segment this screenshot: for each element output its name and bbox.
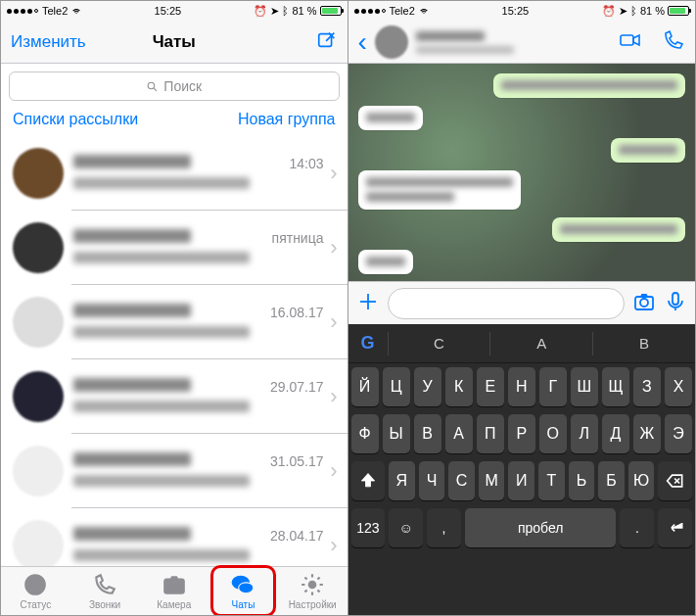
key-Я[interactable]: Я — [389, 461, 415, 500]
message-out[interactable] — [611, 138, 685, 163]
key-Г[interactable]: Г — [539, 367, 567, 406]
key-Ь[interactable]: Ь — [569, 461, 595, 500]
message-out[interactable] — [493, 73, 685, 98]
svg-point-4 — [32, 582, 39, 589]
key-К[interactable]: К — [445, 367, 473, 406]
key-О[interactable]: О — [539, 414, 567, 453]
camera-button[interactable] — [632, 290, 656, 317]
key-В[interactable]: В — [414, 414, 441, 453]
status-icon — [23, 572, 48, 597]
chat-row[interactable]: 29.07.17 › — [1, 359, 348, 434]
chat-row[interactable]: 31.05.17 › — [1, 434, 348, 508]
chat-name — [73, 228, 191, 248]
search-icon — [146, 80, 159, 93]
chat-name — [73, 451, 191, 471]
chat-time: 14:03 — [289, 156, 347, 171]
tab-chats[interactable]: Чаты — [209, 567, 278, 615]
key-Ы[interactable]: Ы — [383, 414, 410, 453]
key-Ш[interactable]: Ш — [571, 367, 598, 406]
suggestion[interactable]: А — [489, 332, 592, 355]
keyboard: G С А В ЙЦУКЕНГШЩЗХ ФЫВАПРОЛДЖЭ ЯЧСМИТЬБ… — [348, 324, 696, 615]
google-logo[interactable]: G — [348, 333, 388, 354]
key-И[interactable]: И — [508, 461, 534, 500]
return-key[interactable] — [658, 508, 692, 547]
message-input[interactable] — [388, 288, 626, 319]
chat-row[interactable]: 16.08.17 › — [1, 285, 348, 359]
key-Ю[interactable]: Ю — [628, 461, 655, 500]
suggestion[interactable]: В — [592, 332, 695, 355]
key-У[interactable]: У — [414, 367, 441, 406]
key-Н[interactable]: Н — [508, 367, 535, 406]
key-Л[interactable]: Л — [571, 414, 598, 453]
space-key[interactable]: пробел — [465, 508, 617, 547]
key-З[interactable]: З — [633, 367, 661, 406]
suggestion[interactable]: С — [388, 332, 490, 355]
key-П[interactable]: П — [477, 414, 504, 453]
message-in[interactable] — [358, 170, 521, 210]
svg-point-8 — [239, 583, 254, 593]
tab-settings[interactable]: Настройки — [278, 567, 348, 615]
tab-camera[interactable]: Камера — [139, 567, 209, 615]
edit-button[interactable]: Изменить — [11, 32, 86, 52]
mic-icon — [664, 290, 687, 313]
battery-icon — [320, 6, 342, 16]
shift-key[interactable] — [351, 461, 386, 500]
key-Р[interactable]: Р — [508, 414, 535, 453]
key-Х[interactable]: Х — [665, 367, 692, 406]
key-Э[interactable]: Э — [665, 414, 692, 453]
key-А[interactable]: А — [445, 414, 473, 453]
attach-button[interactable] — [356, 290, 380, 317]
chat-row[interactable]: пятница › — [1, 211, 348, 285]
key-С[interactable]: С — [448, 461, 475, 500]
chat-row[interactable]: 14:03 › — [1, 136, 348, 211]
broadcast-lists-link[interactable]: Списки рассылки — [13, 111, 138, 128]
key-Й[interactable]: Й — [351, 367, 379, 406]
period-key[interactable]: . — [620, 508, 654, 547]
key-Щ[interactable]: Щ — [602, 367, 629, 406]
search-placeholder: Поиск — [163, 78, 202, 94]
signal-dots — [354, 9, 386, 14]
tab-status[interactable]: Статус — [1, 567, 70, 615]
key-Ф[interactable]: Ф — [351, 414, 379, 453]
emoji-key[interactable]: ☺ — [389, 508, 423, 547]
video-call-button[interactable] — [619, 28, 642, 56]
key-Ж[interactable]: Ж — [633, 414, 661, 453]
message-in[interactable] — [358, 106, 423, 130]
chat-row[interactable]: 28.04.17 › — [1, 508, 348, 566]
key-Д[interactable]: Д — [602, 414, 629, 453]
gear-icon — [300, 572, 325, 597]
compose-icon — [316, 29, 338, 51]
message-in[interactable] — [358, 250, 413, 274]
svg-point-14 — [640, 299, 648, 307]
key-М[interactable]: М — [479, 461, 505, 500]
key-row-2: ФЫВАПРОЛДЖЭ — [348, 410, 696, 457]
comma-key[interactable]: , — [427, 508, 461, 547]
tab-calls[interactable]: Звонки — [70, 567, 140, 615]
messages-area[interactable] — [348, 64, 696, 281]
key-Б[interactable]: Б — [598, 461, 625, 500]
numbers-key[interactable]: 123 — [351, 508, 386, 547]
key-Ч[interactable]: Ч — [419, 461, 445, 500]
svg-point-6 — [169, 582, 178, 591]
backspace-key[interactable] — [658, 461, 692, 500]
key-row-4: 123 ☺ , пробел . — [348, 504, 696, 551]
new-group-link[interactable]: Новая группа — [238, 111, 336, 128]
chat-title[interactable] — [416, 27, 599, 56]
mic-button[interactable] — [664, 290, 687, 317]
key-Ц[interactable]: Ц — [383, 367, 410, 406]
status-time: 15:25 — [155, 5, 182, 17]
message-out[interactable] — [552, 217, 685, 242]
search-input[interactable]: Поиск — [9, 71, 340, 101]
key-Т[interactable]: Т — [538, 461, 565, 500]
key-Е[interactable]: Е — [477, 367, 504, 406]
plus-icon — [356, 290, 380, 313]
avatar — [13, 446, 64, 497]
chevron-right-icon: › — [330, 458, 337, 484]
phone-icon — [662, 28, 685, 52]
chevron-right-icon: › — [330, 384, 337, 409]
voice-call-button[interactable] — [662, 28, 685, 56]
chat-list: 14:03 › пятница › 16.08.17 › 29.07.17 › … — [1, 136, 348, 566]
avatar[interactable] — [375, 25, 408, 59]
svg-point-9 — [309, 582, 316, 589]
compose-button[interactable] — [316, 29, 338, 55]
